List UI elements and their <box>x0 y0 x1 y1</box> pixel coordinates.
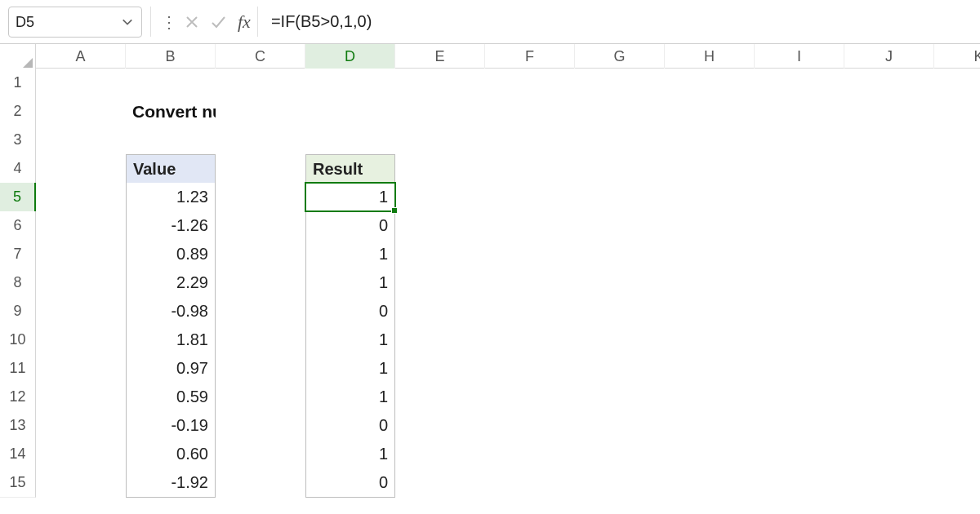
cell[interactable] <box>485 126 575 155</box>
row-header[interactable]: 8 <box>0 268 36 298</box>
cell[interactable] <box>216 440 305 469</box>
cell[interactable] <box>36 468 126 498</box>
col-header[interactable]: E <box>395 44 485 70</box>
value-cell[interactable]: 0.60 <box>126 440 216 469</box>
cell[interactable] <box>305 126 395 155</box>
cell[interactable] <box>665 183 755 212</box>
cell[interactable] <box>485 440 575 469</box>
row-header[interactable]: 4 <box>0 154 36 184</box>
cell[interactable] <box>665 154 755 184</box>
value-cell[interactable]: 0.89 <box>126 240 216 269</box>
cell[interactable] <box>575 411 665 441</box>
row-header[interactable]: 3 <box>0 126 36 155</box>
cell[interactable] <box>844 383 934 412</box>
cell[interactable] <box>665 240 755 269</box>
ellipsis-icon[interactable]: ⋮ <box>159 7 179 37</box>
value-cell[interactable]: -0.19 <box>126 411 216 441</box>
cell[interactable] <box>575 383 665 412</box>
cell[interactable] <box>844 154 934 184</box>
cell[interactable] <box>485 411 575 441</box>
chevron-down-icon[interactable] <box>120 15 135 29</box>
cell[interactable] <box>395 297 485 326</box>
cell[interactable] <box>575 468 665 498</box>
cell[interactable] <box>934 326 980 355</box>
cell[interactable] <box>216 211 305 241</box>
cell[interactable] <box>844 183 934 212</box>
row-header[interactable]: 15 <box>0 468 36 498</box>
cell[interactable] <box>485 297 575 326</box>
cell[interactable] <box>575 183 665 212</box>
cell[interactable] <box>216 97 305 126</box>
col-header[interactable]: C <box>216 44 305 70</box>
cell[interactable] <box>395 326 485 355</box>
result-cell[interactable]: 1 <box>305 440 395 469</box>
cell[interactable] <box>395 126 485 155</box>
cell[interactable] <box>755 354 844 383</box>
col-header[interactable]: J <box>844 44 934 70</box>
col-header[interactable]: K <box>934 44 980 70</box>
cell[interactable] <box>844 326 934 355</box>
cell[interactable] <box>665 297 755 326</box>
cell[interactable] <box>395 183 485 212</box>
cell[interactable] <box>934 383 980 412</box>
result-cell[interactable]: 0 <box>305 211 395 241</box>
cell[interactable] <box>934 411 980 441</box>
cell[interactable] <box>934 154 980 184</box>
cell[interactable] <box>934 240 980 269</box>
cell[interactable] <box>216 126 305 155</box>
cell[interactable] <box>216 354 305 383</box>
value-header-cell[interactable]: Value <box>126 154 216 184</box>
cell[interactable] <box>575 354 665 383</box>
cell[interactable] <box>844 468 934 498</box>
title-cell[interactable]: Convert numbers to 1 or 0 <box>126 97 216 126</box>
cell[interactable] <box>934 468 980 498</box>
result-header-cell[interactable]: Result <box>305 154 395 184</box>
cell[interactable] <box>485 240 575 269</box>
cell[interactable] <box>485 211 575 241</box>
cell[interactable] <box>844 97 934 126</box>
cell[interactable] <box>395 69 485 98</box>
col-header[interactable]: B <box>126 44 216 70</box>
cell[interactable] <box>395 468 485 498</box>
cell[interactable] <box>755 468 844 498</box>
cell[interactable] <box>395 268 485 298</box>
cell[interactable] <box>36 126 126 155</box>
cell[interactable] <box>485 383 575 412</box>
cell[interactable] <box>216 69 305 98</box>
spreadsheet-grid[interactable]: A B C D E F G H I J K 1 2 Convert number… <box>0 44 980 497</box>
cell[interactable] <box>755 126 844 155</box>
cell[interactable] <box>665 211 755 241</box>
cell[interactable] <box>36 268 126 298</box>
result-cell[interactable]: 1 <box>305 240 395 269</box>
cell[interactable] <box>575 154 665 184</box>
cell[interactable] <box>216 411 305 441</box>
cell[interactable] <box>36 383 126 412</box>
cell[interactable] <box>395 211 485 241</box>
cell[interactable] <box>395 354 485 383</box>
cell[interactable] <box>216 383 305 412</box>
cell[interactable] <box>934 440 980 469</box>
cell[interactable] <box>844 211 934 241</box>
cell[interactable] <box>485 326 575 355</box>
cell[interactable] <box>934 69 980 98</box>
cell[interactable] <box>844 297 934 326</box>
cell[interactable] <box>755 154 844 184</box>
cell[interactable] <box>934 211 980 241</box>
cell[interactable] <box>755 211 844 241</box>
cell[interactable] <box>485 354 575 383</box>
cell[interactable] <box>36 154 126 184</box>
cell[interactable] <box>575 268 665 298</box>
cell[interactable] <box>844 354 934 383</box>
cell[interactable] <box>126 69 216 98</box>
cell[interactable] <box>665 126 755 155</box>
row-header[interactable]: 9 <box>0 297 36 326</box>
cell[interactable] <box>665 411 755 441</box>
name-box[interactable]: D5 <box>8 7 142 38</box>
col-header[interactable]: I <box>755 44 844 70</box>
cell[interactable] <box>665 268 755 298</box>
cell[interactable] <box>395 97 485 126</box>
cell[interactable] <box>36 326 126 355</box>
result-cell[interactable]: 0 <box>305 411 395 441</box>
cell[interactable] <box>755 183 844 212</box>
cell[interactable] <box>485 468 575 498</box>
